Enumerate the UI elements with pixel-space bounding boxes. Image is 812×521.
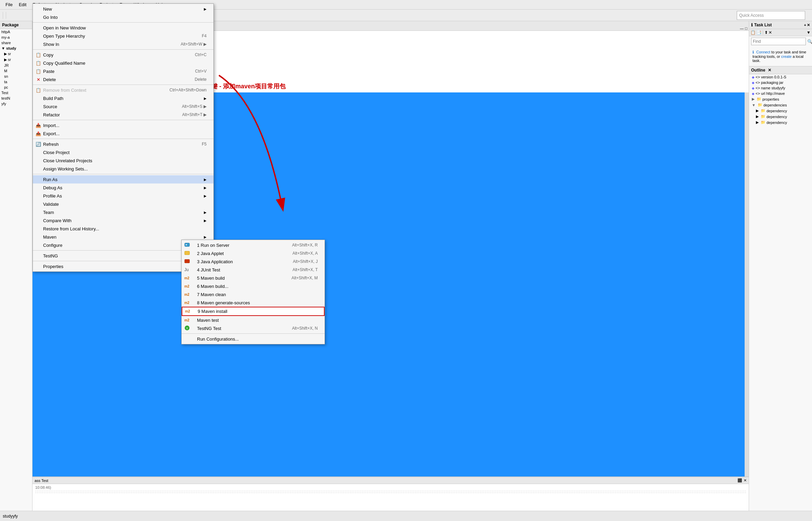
maximize-icon[interactable]: □ <box>745 26 747 30</box>
tree-item-share[interactable]: share <box>0 40 32 46</box>
outline-item-9[interactable]: ▶📁dependency <box>749 119 812 125</box>
left-panel: Package httpA my-a share ▼ study ▶ sr ▶ … <box>0 21 32 511</box>
outline-item-3[interactable]: ◆<> name studyyfy <box>749 85 812 91</box>
menu-sep-5 <box>33 139 213 139</box>
terminate-icon[interactable]: ✕ <box>744 478 747 483</box>
menu-item-build-path[interactable]: Build Path ▶ <box>33 94 213 102</box>
menu-item-export[interactable]: 📤 Export... <box>33 129 213 138</box>
menu-item-close-unrelated[interactable]: Close Unrelated Projects <box>33 156 213 165</box>
task-list-new-icon[interactable]: + <box>804 23 806 27</box>
new-task-icon[interactable]: 📋 <box>750 30 756 35</box>
outline-item-8[interactable]: ▶📁dependency <box>749 114 812 119</box>
menu-item-team[interactable]: Team ▶ <box>33 208 213 216</box>
submenu-item-run-server[interactable]: 1 Run on Server Alt+Shift+X, R <box>182 241 325 249</box>
tree-item-pc[interactable]: pc <box>0 85 32 90</box>
tree-item-m[interactable]: M <box>0 68 32 74</box>
submenu-item-testng-test[interactable]: T TestNG Test Alt+Shift+X, N <box>182 324 325 332</box>
tree-item-testn[interactable]: testN <box>0 96 32 101</box>
task-icon-3[interactable]: ⬆ <box>764 30 768 35</box>
connect-mylyn-section: ℹ Connect to your task and time tracking… <box>749 47 812 66</box>
menu-item-delete[interactable]: ✕ Delete Delete <box>33 75 213 84</box>
tree-item-mya[interactable]: my-a <box>0 35 32 40</box>
menu-item-restore-local[interactable]: Restore from Local History... <box>33 225 213 233</box>
tree-item-sr1[interactable]: ▶ sr <box>0 51 32 57</box>
menu-file[interactable]: File <box>3 1 15 8</box>
menu-item-profile-as[interactable]: Profile As ▶ <box>33 192 213 200</box>
menu-item-remove-context[interactable]: 📋 Remove from Context Ctrl+Alt+Shift+Dow… <box>33 86 213 94</box>
menu-sep-4 <box>33 120 213 120</box>
stop-icon[interactable]: ⬛ <box>737 478 742 483</box>
menu-item-validate[interactable]: Validate <box>33 200 213 208</box>
menu-item-type-hierarchy[interactable]: Open Type Hierarchy F4 <box>33 32 213 40</box>
create-link[interactable]: create <box>781 54 792 59</box>
info-icon: ℹ <box>752 50 754 54</box>
tree-item-sr2[interactable]: ▶ sr <box>0 57 32 63</box>
refresh-icon: 🔄 <box>35 142 42 147</box>
find-icon[interactable]: 🔍 <box>807 39 812 44</box>
menu-item-import[interactable]: 📥 Import... <box>33 121 213 129</box>
connect-link[interactable]: Connect <box>756 50 770 54</box>
submenu-item-maven-build[interactable]: m2 5 Maven build Alt+Shift+X, M <box>182 274 325 282</box>
tree-item-test[interactable]: Test <box>0 90 32 96</box>
tree-item-study[interactable]: ▼ study <box>0 46 32 51</box>
menu-sep-1 <box>33 22 213 23</box>
menu-arrow-profile-as: ▶ <box>204 194 207 198</box>
m2-icon-test: m2 <box>184 318 195 322</box>
task-icon-2[interactable]: 📑 <box>756 30 761 35</box>
outline-item-4[interactable]: ◆<> url http://mave <box>749 91 812 96</box>
testng-icon: T <box>184 325 195 332</box>
delete-icon: ✕ <box>35 77 42 82</box>
menu-item-open-window[interactable]: Open in New Window <box>33 24 213 32</box>
task-list-close-icon[interactable]: ✕ <box>807 23 810 27</box>
menu-item-refactor[interactable]: Refactor Alt+Shift+T ▶ <box>33 111 213 119</box>
import-icon: 📥 <box>35 123 42 128</box>
menu-item-debug-as[interactable]: Debug As ▶ <box>33 183 213 192</box>
menu-item-source[interactable]: Source Alt+Shift+S ▶ <box>33 102 213 111</box>
chevron-down-icon[interactable]: ▼ <box>807 30 811 35</box>
submenu-item-maven-build2[interactable]: m2 6 Maven build... <box>182 282 325 290</box>
submenu-item-maven-install[interactable]: m2 9 Maven install <box>182 307 325 316</box>
minimize-icon[interactable]: — <box>740 26 744 30</box>
outline-item-6[interactable]: ▼📁dependencies <box>749 102 812 108</box>
submenu-item-maven-gen-sources[interactable]: m2 8 Maven generate-sources <box>182 298 325 307</box>
menu-item-assign-working-sets[interactable]: Assign Working Sets... <box>33 165 213 173</box>
run-server-icon <box>184 242 195 249</box>
submenu-item-maven-test[interactable]: m2 Maven test <box>182 316 325 324</box>
menu-item-new[interactable]: New ▶ <box>33 5 213 13</box>
menu-item-copy-qualified[interactable]: 📋 Copy Qualified Name <box>33 59 213 67</box>
menu-item-compare-with[interactable]: Compare With ▶ <box>33 216 213 225</box>
task-find-input[interactable] <box>751 38 806 45</box>
menu-item-paste[interactable]: 📋 Paste Ctrl+V <box>33 67 213 75</box>
outline-close-icon[interactable]: ✕ <box>768 68 771 73</box>
menu-item-close-project[interactable]: Close Project <box>33 148 213 156</box>
tree-item-ta[interactable]: ta <box>0 79 32 85</box>
tree-item-httpa[interactable]: httpA <box>0 29 32 35</box>
tree-item-yfy[interactable]: yfy <box>0 101 32 106</box>
outline-item-2[interactable]: ◆<> packaging jar <box>749 80 812 85</box>
submenu-item-maven-clean[interactable]: m2 7 Maven clean <box>182 290 325 298</box>
submenu-item-junit[interactable]: Ju 4 JUnit Test Alt+Shift+X, T <box>182 266 325 274</box>
m2-icon-gen: m2 <box>184 301 195 305</box>
menu-item-new-label: New <box>43 7 52 12</box>
quick-access-bar[interactable]: Quick Access <box>737 11 805 20</box>
menu-item-refresh[interactable]: 🔄 Refresh F5 <box>33 140 213 148</box>
submenu-item-run-configs[interactable]: Run Configurations... <box>182 335 325 343</box>
outline-item-1[interactable]: ◆<> version 0.0.1-S <box>749 74 812 80</box>
menu-edit[interactable]: Edit <box>16 1 29 8</box>
editor-scrollbar[interactable] <box>745 92 749 511</box>
outline-item-7[interactable]: ▶📁dependency <box>749 108 812 114</box>
java-applet-icon <box>184 250 195 257</box>
menu-item-run-as[interactable]: Run As ▶ <box>33 175 213 183</box>
tree-item-jr[interactable]: JR <box>0 63 32 68</box>
right-panel: ℹ Task List + ✕ 📋 📑 ⬆ ✕ ▼ 🔍 <box>749 21 812 511</box>
submenu-item-java-app[interactable]: 3 Java Application Alt+Shift+X, J <box>182 257 325 266</box>
outline-item-5[interactable]: ▶📁properties <box>749 96 812 102</box>
task-icon-4[interactable]: ✕ <box>769 30 772 35</box>
submenu-item-java-applet[interactable]: 2 Java Applet Alt+Shift+X, A <box>182 249 325 257</box>
java-app-icon <box>184 258 195 265</box>
tree-item-sn[interactable]: sn <box>0 74 32 79</box>
menu-sep-2 <box>33 49 213 50</box>
menu-item-go-into[interactable]: Go Into <box>33 13 213 21</box>
menu-item-show-in[interactable]: Show In Alt+Shift+W ▶ <box>33 40 213 48</box>
menu-item-copy[interactable]: 📋 Copy Ctrl+C <box>33 51 213 59</box>
